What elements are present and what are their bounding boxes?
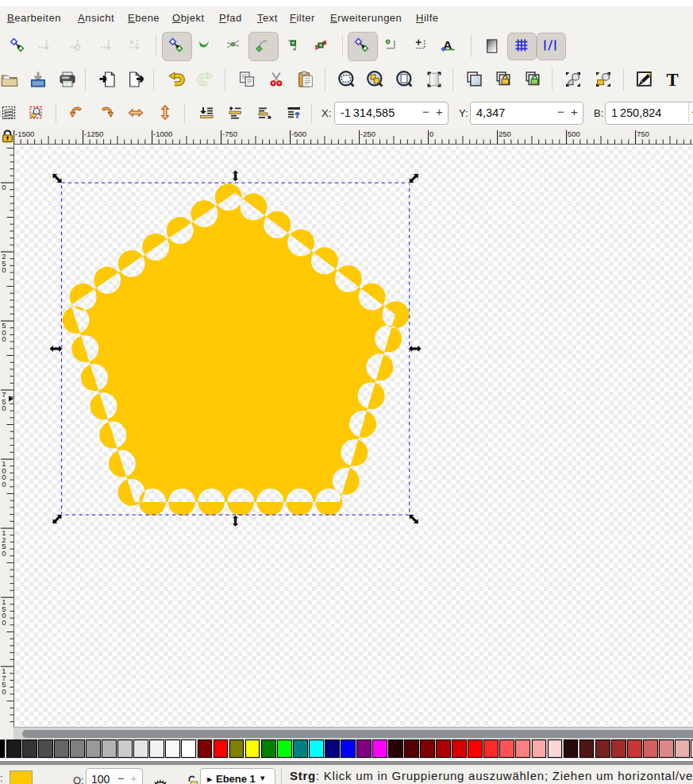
svg-text:500: 500 (568, 129, 580, 138)
svg-text:750: 750 (637, 129, 649, 138)
svg-text:-1500: -1500 (15, 129, 34, 138)
svg-text:-1000: -1000 (153, 129, 172, 138)
svg-text:0: 0 (2, 265, 6, 274)
svg-text:0: 0 (2, 183, 6, 191)
svg-text:0: 0 (2, 334, 6, 343)
svg-text:0: 0 (2, 618, 6, 627)
svg-text:-1250: -1250 (84, 129, 103, 138)
svg-text:0: 0 (2, 480, 6, 489)
svg-text:-500: -500 (291, 129, 306, 138)
svg-text:T: T (667, 70, 679, 89)
svg-text:0: 0 (2, 687, 6, 696)
svg-text:0: 0 (429, 129, 433, 138)
svg-text:250: 250 (499, 129, 511, 138)
svg-text:0: 0 (2, 549, 6, 558)
svg-text:-750: -750 (222, 129, 237, 138)
svg-text:-250: -250 (360, 129, 375, 138)
svg-text:0: 0 (2, 404, 6, 412)
